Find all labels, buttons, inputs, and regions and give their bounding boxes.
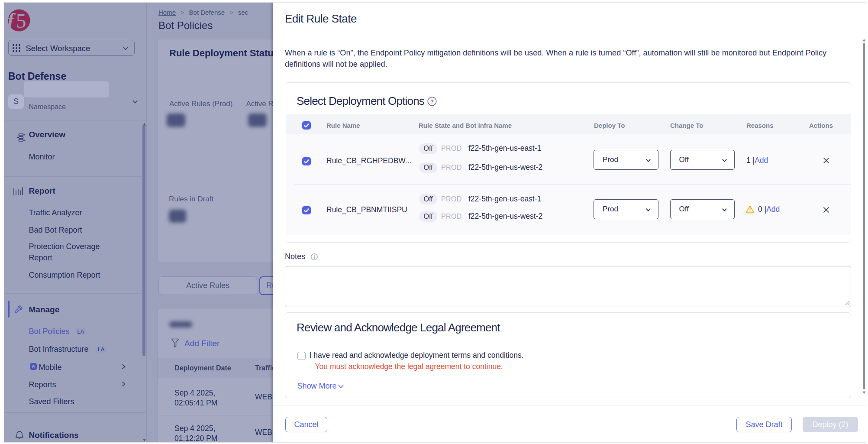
svg-text:?: ? — [430, 98, 434, 105]
